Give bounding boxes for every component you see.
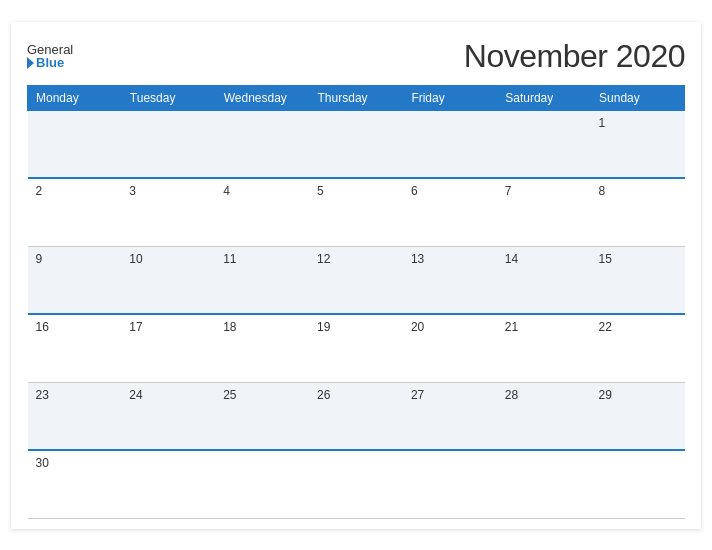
header-friday: Friday xyxy=(403,85,497,110)
logo-triangle-icon xyxy=(27,57,34,69)
calendar-day-cell: 27 xyxy=(403,382,497,450)
calendar-day-cell xyxy=(497,110,591,178)
calendar-day-cell: 25 xyxy=(215,382,309,450)
calendar-day-cell xyxy=(215,450,309,518)
calendar-day-cell: 7 xyxy=(497,178,591,246)
calendar-day-cell: 17 xyxy=(121,314,215,382)
day-number: 18 xyxy=(223,320,236,334)
header-monday: Monday xyxy=(28,85,122,110)
logo-blue-text: Blue xyxy=(27,56,73,69)
calendar-day-cell: 28 xyxy=(497,382,591,450)
calendar-day-cell: 5 xyxy=(309,178,403,246)
calendar-day-cell xyxy=(121,110,215,178)
calendar-header: General Blue November 2020 xyxy=(27,38,685,75)
calendar-week-row: 30 xyxy=(28,450,685,518)
day-number: 6 xyxy=(411,184,418,198)
calendar-day-cell: 6 xyxy=(403,178,497,246)
day-number: 14 xyxy=(505,252,518,266)
day-number: 22 xyxy=(599,320,612,334)
day-number: 2 xyxy=(36,184,43,198)
logo: General Blue xyxy=(27,43,73,69)
calendar-day-cell: 30 xyxy=(28,450,122,518)
calendar-day-cell: 11 xyxy=(215,246,309,314)
weekday-header-row: Monday Tuesday Wednesday Thursday Friday… xyxy=(28,85,685,110)
header-wednesday: Wednesday xyxy=(215,85,309,110)
day-number: 27 xyxy=(411,388,424,402)
day-number: 29 xyxy=(599,388,612,402)
calendar-day-cell: 20 xyxy=(403,314,497,382)
header-sunday: Sunday xyxy=(591,85,685,110)
calendar-day-cell: 16 xyxy=(28,314,122,382)
day-number: 8 xyxy=(599,184,606,198)
calendar-day-cell: 3 xyxy=(121,178,215,246)
day-number: 21 xyxy=(505,320,518,334)
day-number: 5 xyxy=(317,184,324,198)
calendar-day-cell: 8 xyxy=(591,178,685,246)
header-tuesday: Tuesday xyxy=(121,85,215,110)
calendar-day-cell xyxy=(403,110,497,178)
calendar-day-cell: 24 xyxy=(121,382,215,450)
day-number: 12 xyxy=(317,252,330,266)
calendar-day-cell: 13 xyxy=(403,246,497,314)
calendar-day-cell xyxy=(121,450,215,518)
day-number: 3 xyxy=(129,184,136,198)
calendar-title: November 2020 xyxy=(464,38,685,75)
calendar-day-cell xyxy=(309,450,403,518)
calendar-day-cell: 15 xyxy=(591,246,685,314)
day-number: 1 xyxy=(599,116,606,130)
calendar-grid: Monday Tuesday Wednesday Thursday Friday… xyxy=(27,85,685,519)
day-number: 30 xyxy=(36,456,49,470)
calendar-day-cell xyxy=(309,110,403,178)
calendar-day-cell: 2 xyxy=(28,178,122,246)
calendar-day-cell xyxy=(215,110,309,178)
calendar-day-cell xyxy=(497,450,591,518)
day-number: 20 xyxy=(411,320,424,334)
calendar-day-cell xyxy=(591,450,685,518)
calendar-week-row: 2345678 xyxy=(28,178,685,246)
calendar-week-row: 23242526272829 xyxy=(28,382,685,450)
calendar-day-cell: 9 xyxy=(28,246,122,314)
calendar-day-cell: 23 xyxy=(28,382,122,450)
calendar-day-cell: 4 xyxy=(215,178,309,246)
calendar-day-cell: 10 xyxy=(121,246,215,314)
day-number: 4 xyxy=(223,184,230,198)
day-number: 7 xyxy=(505,184,512,198)
header-saturday: Saturday xyxy=(497,85,591,110)
calendar-day-cell: 21 xyxy=(497,314,591,382)
day-number: 13 xyxy=(411,252,424,266)
day-number: 17 xyxy=(129,320,142,334)
header-thursday: Thursday xyxy=(309,85,403,110)
calendar-day-cell: 19 xyxy=(309,314,403,382)
day-number: 15 xyxy=(599,252,612,266)
calendar-week-row: 9101112131415 xyxy=(28,246,685,314)
calendar-day-cell: 26 xyxy=(309,382,403,450)
calendar-week-row: 16171819202122 xyxy=(28,314,685,382)
calendar-week-row: 1 xyxy=(28,110,685,178)
day-number: 16 xyxy=(36,320,49,334)
day-number: 11 xyxy=(223,252,236,266)
calendar: General Blue November 2020 Monday Tuesda… xyxy=(11,22,701,529)
calendar-day-cell: 1 xyxy=(591,110,685,178)
calendar-day-cell xyxy=(403,450,497,518)
day-number: 28 xyxy=(505,388,518,402)
day-number: 19 xyxy=(317,320,330,334)
day-number: 23 xyxy=(36,388,49,402)
calendar-day-cell xyxy=(28,110,122,178)
day-number: 26 xyxy=(317,388,330,402)
day-number: 24 xyxy=(129,388,142,402)
calendar-day-cell: 22 xyxy=(591,314,685,382)
calendar-day-cell: 12 xyxy=(309,246,403,314)
calendar-day-cell: 14 xyxy=(497,246,591,314)
day-number: 9 xyxy=(36,252,43,266)
calendar-day-cell: 29 xyxy=(591,382,685,450)
calendar-day-cell: 18 xyxy=(215,314,309,382)
day-number: 10 xyxy=(129,252,142,266)
day-number: 25 xyxy=(223,388,236,402)
